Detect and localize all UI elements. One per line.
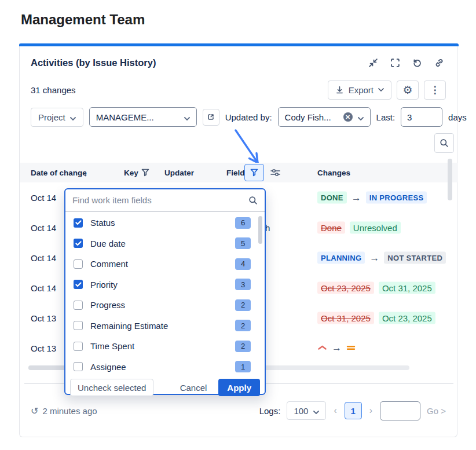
project-filter-button[interactable]: Project (31, 108, 83, 127)
widget-header-icons (368, 58, 444, 68)
sort-descending-icon[interactable]: ↓ (83, 163, 88, 182)
checkbox-unchecked[interactable] (74, 301, 83, 310)
field-option-due-date[interactable]: Due date 5 (65, 233, 265, 254)
kebab-icon: ⋮ (430, 85, 440, 95)
project-select[interactable]: MANAGEME... (89, 107, 197, 127)
dropdown-scrollbar[interactable] (258, 216, 262, 244)
field-option-remaining-estimate[interactable]: Remaining Estimate 2 (65, 316, 265, 336)
checkbox-unchecked[interactable] (74, 342, 83, 351)
widget-footer: ↺ 2 minutes ago Logs: 100 ‹ 1 › Go > (31, 399, 446, 422)
page: Management Team Activities (by Issue His… (0, 0, 476, 450)
updated-by-label: Updated by: (225, 112, 272, 122)
count-badge: 2 (235, 320, 251, 331)
dropdown-footer: Uncheck selected Cancel Apply (65, 377, 265, 398)
removed-value: Done (317, 222, 345, 234)
fullscreen-icon[interactable] (390, 58, 400, 68)
apply-button[interactable]: Apply (218, 379, 260, 396)
next-page-button[interactable]: › (368, 405, 374, 416)
vertical-scrollbar[interactable] (448, 159, 452, 200)
project-filter-label: Project (38, 112, 65, 122)
count-badge: 5 (235, 237, 251, 249)
column-header-field: Field (226, 163, 245, 182)
days-label: days (448, 112, 467, 122)
field-option-status[interactable]: Status 6 (65, 213, 265, 233)
pagination: Logs: 100 ‹ 1 › Go > (259, 401, 446, 420)
search-icon (440, 138, 449, 148)
dropdown-search-input[interactable] (72, 195, 244, 205)
count-badge: 2 (235, 299, 251, 311)
last-refresh-info[interactable]: ↺ 2 minutes ago (31, 405, 97, 416)
column-settings-icon[interactable] (270, 163, 281, 182)
gear-icon: ⚙ (402, 85, 412, 96)
logs-label: Logs: (259, 406, 281, 416)
more-options-button[interactable]: ⋮ (424, 81, 446, 100)
logs-per-page-select[interactable]: 100 (287, 401, 326, 420)
column-header-date: Date of change (31, 163, 87, 182)
field-option-assignee[interactable]: Assignee 1 (65, 357, 265, 378)
go-to-page-input[interactable] (380, 401, 420, 420)
previous-page-button[interactable]: ‹ (332, 405, 338, 416)
link-icon[interactable] (434, 58, 444, 68)
field-filter-dropdown: Status 6 Due date 5 Comment 4 Priority 3 (64, 188, 266, 395)
checkbox-unchecked[interactable] (74, 362, 83, 371)
checkbox-checked[interactable] (74, 239, 83, 248)
changes-cell: PLANNING → NOT STARTED (317, 252, 446, 264)
collapse-icon[interactable] (368, 58, 378, 68)
last-days-input[interactable] (401, 107, 442, 127)
field-filter-icon[interactable] (244, 164, 264, 181)
settings-button[interactable]: ⚙ (397, 81, 419, 100)
date-cell: Oct 14 (31, 283, 56, 293)
transition-arrow-icon: → (369, 252, 379, 264)
project-select-value: MANAGEME... (96, 112, 154, 122)
field-option-progress[interactable]: Progress 2 (65, 295, 265, 316)
count-badge: 2 (235, 341, 251, 352)
changes-count: 31 changes (31, 85, 76, 95)
transition-arrow-icon: → (332, 342, 342, 354)
added-value: Unresolved (350, 222, 401, 234)
checkbox-unchecked[interactable] (74, 321, 83, 330)
changes-cell: Done Unresolved (317, 222, 401, 234)
last-refresh-text: 2 minutes ago (42, 406, 97, 416)
refresh-icon[interactable] (412, 58, 422, 68)
date-cell: Oct 13 (31, 313, 56, 323)
filter-row: Project MANAGEME... Updated by: Cody Fis… (31, 107, 467, 127)
dropdown-item-list: Status 6 Due date 5 Comment 4 Priority 3 (65, 211, 265, 377)
uncheck-selected-button[interactable]: Uncheck selected (70, 379, 153, 396)
activities-widget: Activities (by Issue History) 31 changes (19, 43, 457, 437)
changes-cell: Oct 23, 2025 Oct 31, 2025 (317, 282, 435, 294)
updated-by-value: Cody Fish... (285, 112, 331, 122)
current-page-button[interactable]: 1 (345, 402, 362, 419)
cancel-button[interactable]: Cancel (177, 383, 211, 393)
go-button[interactable]: Go > (427, 406, 446, 416)
key-filter-icon[interactable] (141, 163, 149, 182)
chevron-down-icon (313, 406, 319, 416)
field-option-comment[interactable]: Comment 4 (65, 254, 265, 275)
checkbox-unchecked[interactable] (74, 259, 83, 269)
changes-cell: → (317, 342, 356, 354)
open-in-new-button[interactable] (203, 109, 219, 126)
checkbox-checked[interactable] (74, 280, 83, 289)
external-link-icon (207, 113, 215, 121)
status-badge-to: NOT STARTED (384, 252, 446, 264)
updated-by-select[interactable]: Cody Fish... ✕ (278, 107, 371, 127)
field-option-priority[interactable]: Priority 3 (65, 275, 265, 295)
checkbox-checked[interactable] (74, 218, 83, 228)
page-title: Management Team (21, 12, 145, 28)
removed-value: Oct 31, 2025 (317, 312, 374, 324)
chevron-down-icon (378, 88, 384, 92)
export-button[interactable]: Export (328, 81, 391, 100)
clear-filter-icon[interactable]: ✕ (343, 112, 353, 122)
date-cell: Oct 14 (31, 253, 56, 263)
download-icon (335, 86, 344, 94)
table-search-button[interactable] (434, 133, 454, 153)
date-cell: Oct 13 (31, 343, 56, 353)
updater-partial-text: h (265, 223, 270, 233)
changes-cell: DONE → IN PROGRESS (317, 192, 427, 204)
chevron-down-icon (358, 112, 364, 122)
refresh-icon: ↺ (31, 405, 38, 416)
transition-arrow-icon: → (351, 192, 361, 203)
field-option-time-spent[interactable]: Time Spent 2 (65, 336, 265, 357)
status-badge-to: IN PROGRESS (366, 192, 427, 204)
dropdown-search-row (65, 189, 265, 211)
column-header-changes: Changes (317, 163, 350, 182)
